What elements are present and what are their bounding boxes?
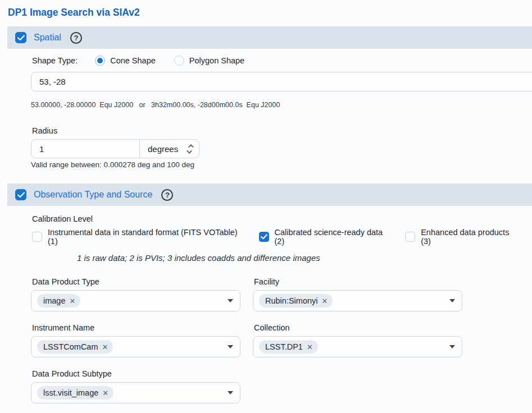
page-title: DP1 Image Search via SIAv2: [8, 7, 532, 19]
dropdown-caret-icon[interactable]: [228, 345, 233, 348]
radio-button[interactable]: [95, 56, 105, 66]
selected-chip: image ✕: [37, 294, 80, 308]
field-label: Data Product Type: [32, 277, 240, 286]
shape-type-label: Shape Type:: [32, 56, 78, 65]
calibration-option-3-label: Enhanced data products (3): [421, 228, 520, 246]
checkbox[interactable]: [259, 232, 269, 242]
chip-label: LSST.DP1: [265, 342, 303, 351]
selected-chip: LSSTComCam ✕: [37, 340, 113, 354]
field-data-product-type: Data Product Type image ✕: [31, 277, 240, 311]
remove-chip-icon[interactable]: ✕: [322, 297, 328, 305]
dropdown-caret-icon[interactable]: [228, 299, 233, 302]
spatial-section-header: Spatial ?: [7, 26, 532, 49]
calibration-option-3[interactable]: Enhanced data products (3): [405, 228, 520, 246]
radio-polygon-shape[interactable]: Polygon Shape: [174, 56, 244, 66]
chip-label: Rubin:Simonyi: [265, 296, 318, 305]
instrument-name-combobox[interactable]: LSSTComCam ✕: [31, 336, 240, 357]
help-icon[interactable]: ?: [70, 32, 82, 44]
remove-chip-icon[interactable]: ✕: [102, 343, 108, 351]
field-instrument-name: Instrument Name LSSTComCam ✕: [31, 323, 240, 357]
field-facility: Facility Rubin:Simonyi ✕: [253, 277, 462, 311]
spatial-section-label: Spatial: [34, 33, 61, 43]
coordinates-input[interactable]: [31, 72, 532, 91]
unit-spinner-icon[interactable]: [188, 144, 192, 154]
data-product-type-combobox[interactable]: image ✕: [31, 290, 240, 311]
radio-button[interactable]: [174, 56, 184, 66]
calibration-option-1[interactable]: Instrumental data in standard format (FI…: [32, 228, 247, 246]
radio-polygon-shape-label: Polygon Shape: [189, 56, 244, 65]
chip-label: lsst.visit_image: [43, 388, 98, 397]
radio-cone-shape-label: Cone Shape: [110, 56, 156, 65]
calibration-option-1-label: Instrumental data in standard format (FI…: [48, 228, 247, 246]
help-icon[interactable]: ?: [161, 189, 173, 201]
radius-unit-value: degrees: [148, 144, 178, 154]
calibration-level-label: Calibration Level: [32, 214, 532, 223]
chip-label: image: [43, 296, 66, 305]
observation-enable-checkbox[interactable]: [15, 189, 26, 200]
checkmark-icon: [261, 234, 267, 240]
observation-section-label: Observation Type and Source: [34, 190, 152, 200]
observation-section-header: Observation Type and Source ?: [7, 183, 532, 206]
radius-unit-select[interactable]: degrees: [139, 140, 199, 158]
dropdown-caret-icon[interactable]: [228, 391, 233, 394]
checkbox[interactable]: [405, 232, 415, 242]
selected-chip: Rubin:Simonyi ✕: [259, 294, 333, 308]
facility-combobox[interactable]: Rubin:Simonyi ✕: [253, 290, 462, 311]
coordinates-feedback: 53.00000, -28.00000 Equ J2000 or 3h32m00…: [31, 101, 532, 109]
remove-chip-icon[interactable]: ✕: [102, 389, 108, 397]
collection-combobox[interactable]: LSST.DP1 ✕: [253, 336, 462, 357]
observation-fields-grid: Data Product Type image ✕ Facility Rubin…: [31, 277, 532, 403]
checkbox[interactable]: [32, 232, 42, 242]
field-label: Data Product Subtype: [32, 369, 240, 378]
radius-valid-range-hint: Valid range between: 0.000278 deg and 10…: [31, 160, 532, 169]
calibration-options-row: Instrumental data in standard format (FI…: [32, 228, 532, 246]
field-label: Instrument Name: [32, 323, 240, 332]
calibration-note: 1 is raw data; 2 is PVIs; 3 includes coa…: [77, 253, 532, 263]
selected-chip: lsst.visit_image ✕: [37, 386, 113, 400]
field-collection: Collection LSST.DP1 ✕: [253, 323, 462, 357]
checkmark-icon: [17, 192, 25, 198]
calibration-option-2-label: Calibrated science-ready data (2): [275, 228, 393, 246]
radius-label: Radius: [32, 126, 532, 135]
checkmark-icon: [17, 35, 25, 41]
remove-chip-icon[interactable]: ✕: [70, 297, 76, 305]
chip-label: LSSTComCam: [43, 342, 98, 351]
radio-cone-shape[interactable]: Cone Shape: [95, 56, 156, 66]
field-label: Facility: [254, 277, 462, 286]
spatial-enable-checkbox[interactable]: [15, 32, 26, 43]
data-product-subtype-combobox[interactable]: lsst.visit_image ✕: [31, 382, 240, 403]
dropdown-caret-icon[interactable]: [449, 345, 455, 348]
selected-chip: LSST.DP1 ✕: [259, 340, 318, 354]
dropdown-caret-icon[interactable]: [449, 299, 455, 302]
remove-chip-icon[interactable]: ✕: [307, 343, 313, 351]
field-data-product-subtype: Data Product Subtype lsst.visit_image ✕: [31, 369, 240, 403]
calibration-option-2[interactable]: Calibrated science-ready data (2): [259, 228, 393, 246]
radius-input[interactable]: [31, 140, 139, 158]
shape-type-row: Shape Type: Cone Shape Polygon Shape: [32, 56, 532, 66]
radius-input-group: degrees: [31, 139, 199, 158]
field-label: Collection: [254, 323, 462, 332]
